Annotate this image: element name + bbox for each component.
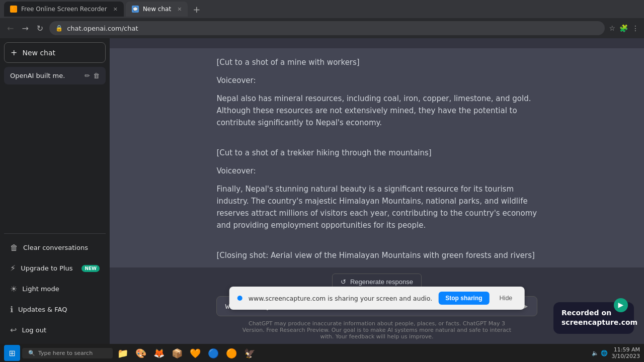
share-dot-icon <box>237 296 243 301</box>
menu-icon[interactable]: ⋮ <box>632 24 639 32</box>
input-footer-text: ChatGPT may produce inaccurate informati… <box>216 320 537 340</box>
light-mode-label: Light mode <box>22 285 59 293</box>
msg-p7: [Closing shot: Aerial view of the Himala… <box>216 249 537 261</box>
tab-bar: 🟠 Free Online Screen Recorder ✕ 💬 New ch… <box>0 0 644 18</box>
msg-p6: Finally, Nepal's stunning natural beauty… <box>216 183 537 231</box>
new-chat-label: New chat <box>22 49 55 57</box>
taskbar-app-5[interactable]: 🧡 <box>187 345 203 361</box>
hide-button[interactable]: Hide <box>496 293 517 304</box>
sun-icon: ☀ <box>10 284 17 294</box>
tab-1[interactable]: 🟠 Free Online Screen Recorder ✕ <box>4 2 124 17</box>
bookmark-icon[interactable]: ☆ <box>609 24 615 32</box>
new-tab-button[interactable]: + <box>190 4 203 15</box>
extensions-icon[interactable]: 🧩 <box>619 24 628 32</box>
logout-icon: ↩ <box>10 325 17 335</box>
chat-item-actions: ✏ 🗑 <box>85 72 100 79</box>
taskbar-app-1[interactable]: 📁 <box>115 345 131 361</box>
msg-p4: [Cut to a shot of a trekker hiking throu… <box>216 147 537 159</box>
taskbar-search-text: Type here to search <box>38 350 93 356</box>
taskbar-app-3[interactable]: 🦊 <box>151 345 167 361</box>
search-icon: 🔍 <box>28 350 35 356</box>
taskbar: ⊞ 🔍 Type here to search 📁 🎨 🦊 📦 🧡 🔵 🟠 🦅 … <box>0 344 644 362</box>
taskbar-date: 3/10/2023 <box>612 353 640 359</box>
taskbar-clock: 11:59 AM 3/10/2023 <box>612 346 640 359</box>
tab-1-label: Free Online Screen Recorder <box>21 6 107 13</box>
trash-icon: 🗑 <box>10 243 18 252</box>
taskbar-time: 11:59 AM <box>612 346 640 353</box>
regenerate-icon: ↺ <box>341 278 346 286</box>
taskbar-app-8[interactable]: 🦅 <box>242 345 258 361</box>
delete-icon[interactable]: 🗑 <box>93 72 100 79</box>
clear-conversations-item[interactable]: 🗑 Clear conversations <box>4 238 106 257</box>
tab-2-label: New chat <box>143 6 171 13</box>
msg-p2: Voiceover: <box>216 74 537 86</box>
browser-chrome: 🟠 Free Online Screen Recorder ✕ 💬 New ch… <box>0 0 644 38</box>
recorded-line2: screencapture.com <box>561 318 626 328</box>
address-url: chat.openai.com/chat <box>67 25 138 32</box>
edit-icon[interactable]: ✏ <box>85 72 90 79</box>
app-layout: + New chat OpenAI built me. ✏ 🗑 🗑 Clear … <box>0 38 644 344</box>
tab-2-favicon: 💬 <box>132 6 139 13</box>
chat-messages: [Cut to a shot of a mine with workers] V… <box>110 38 644 267</box>
chat-item[interactable]: OpenAI built me. ✏ 🗑 <box>4 67 106 84</box>
msg-p3: Nepal also has mineral resources, includ… <box>216 93 537 129</box>
reload-button[interactable]: ↻ <box>35 23 45 34</box>
clear-conversations-label: Clear conversations <box>23 244 88 251</box>
share-text: www.screencapture.com is sharing your sc… <box>249 295 433 302</box>
plus-icon: + <box>11 48 17 57</box>
new-chat-button[interactable]: + New chat <box>4 42 106 63</box>
taskbar-app-4[interactable]: 📦 <box>169 345 185 361</box>
taskbar-app-2[interactable]: 🎨 <box>133 345 149 361</box>
message-content: [Cut to a shot of a mine with workers] V… <box>216 56 537 267</box>
lightning-icon: ⚡ <box>10 263 16 273</box>
taskbar-search[interactable]: 🔍 Type here to search <box>22 348 113 358</box>
info-icon: ℹ <box>10 305 13 314</box>
chat-history: OpenAI built me. ✏ 🗑 <box>4 67 106 233</box>
tab-1-favicon: 🟠 <box>10 6 17 13</box>
tab-2[interactable]: 💬 New chat ✕ <box>126 2 188 17</box>
lock-icon: 🔒 <box>55 25 63 32</box>
sidebar-footer: 🗑 Clear conversations ⚡ Upgrade to Plus … <box>4 233 106 340</box>
new-badge: NEW <box>82 265 100 272</box>
updates-faq-item[interactable]: ℹ Updates & FAQ <box>4 300 106 319</box>
recorded-badge: ▶ Recorded on screencapture.com <box>553 302 634 334</box>
screencapture-icon: ▶ <box>614 298 628 312</box>
sidebar: + New chat OpenAI built me. ✏ 🗑 🗑 Clear … <box>0 38 110 344</box>
windows-start-button[interactable]: ⊞ <box>4 345 20 361</box>
msg-p1: [Cut to a shot of a mine with workers] <box>216 56 537 68</box>
chat-item-label: OpenAI built me. <box>10 72 79 79</box>
taskbar-app-7[interactable]: 🟠 <box>223 345 239 361</box>
tab-1-close[interactable]: ✕ <box>113 6 118 13</box>
updates-label: Updates & FAQ <box>18 306 67 313</box>
taskbar-right: 🔈 🌐 11:59 AM 3/10/2023 <box>592 346 640 359</box>
forward-button[interactable]: → <box>20 23 30 34</box>
main-content: [Cut to a shot of a mine with workers] V… <box>110 38 644 344</box>
msg-p5: Voiceover: <box>216 165 537 177</box>
browser-actions: ☆ 🧩 ⋮ <box>609 24 639 32</box>
share-notification: www.screencapture.com is sharing your sc… <box>229 287 525 310</box>
address-bar[interactable]: 🔒 chat.openai.com/chat <box>49 21 605 35</box>
light-mode-item[interactable]: ☀ Light mode <box>4 279 106 299</box>
taskbar-system-icons: 🔈 🌐 <box>592 350 608 356</box>
browser-controls: ← → ↻ 🔒 chat.openai.com/chat ☆ 🧩 ⋮ <box>0 18 644 38</box>
taskbar-apps: 📁 🎨 🦊 📦 🧡 🔵 🟠 🦅 <box>115 345 590 361</box>
upgrade-label: Upgrade to Plus <box>21 264 72 272</box>
log-out-item[interactable]: ↩ Log out <box>4 320 106 340</box>
upgrade-to-plus-item[interactable]: ⚡ Upgrade to Plus NEW <box>4 258 106 278</box>
regenerate-label: Regenerate response <box>350 278 413 286</box>
back-button[interactable]: ← <box>5 23 16 34</box>
tab-2-close[interactable]: ✕ <box>177 6 182 13</box>
ai-message: [Cut to a shot of a mine with workers] V… <box>110 48 644 267</box>
logout-label: Log out <box>22 326 46 334</box>
stop-sharing-button[interactable]: Stop sharing <box>438 292 489 305</box>
taskbar-app-6[interactable]: 🔵 <box>205 345 221 361</box>
